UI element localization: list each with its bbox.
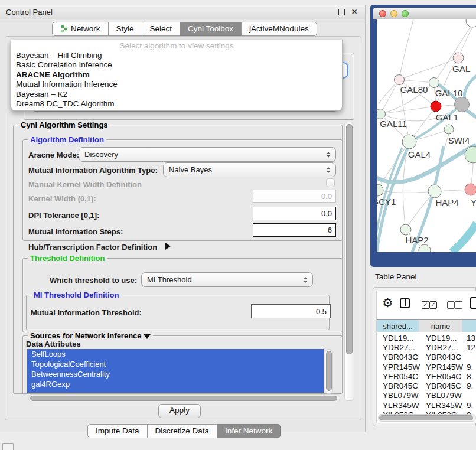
dropdown-item[interactable]: Dream8 DC_TDC Algorithm: [11, 99, 342, 109]
manual-kernel-checkbox[interactable]: [326, 178, 335, 187]
settings-vertical-scrollbar[interactable]: [344, 122, 354, 401]
table-row[interactable]: YDR27...YDR27...12: [377, 343, 476, 352]
table-cell[interactable]: 13: [464, 334, 476, 343]
sources-group-title[interactable]: Sources for Network Inference: [28, 331, 153, 340]
table-cell[interactable]: 9.: [464, 401, 476, 410]
tab-discretize-data[interactable]: Discretize Data: [147, 424, 218, 438]
table-cell[interactable]: 9.: [464, 381, 476, 390]
table-cell[interactable]: YPR145W: [377, 363, 420, 371]
network-window-titlebar[interactable]: [373, 8, 476, 19]
network-node[interactable]: [428, 185, 441, 198]
table-cell[interactable]: YBR043C: [420, 353, 464, 361]
table-horizontal-scrollbar[interactable]: [378, 414, 476, 422]
attribute-item[interactable]: TopologicalCoefficient: [27, 359, 324, 369]
expander-right-icon[interactable]: [165, 243, 171, 250]
attribute-item[interactable]: gal4RGexp: [27, 379, 324, 389]
gear-icon[interactable]: ⚙: [382, 296, 393, 310]
table-cell[interactable]: YBR043C: [377, 353, 420, 361]
attribute-item[interactable]: SelfLoops: [27, 349, 324, 359]
column-header[interactable]: shared...: [376, 319, 419, 332]
dropdown-item[interactable]: Basic Correlation Inference: [11, 60, 342, 70]
table-row[interactable]: YBL079WYBL079W: [377, 391, 476, 400]
scrollbar-thumb[interactable]: [379, 415, 473, 420]
dropdown-item[interactable]: Bayesian – Hill Climbing: [11, 51, 342, 60]
table-row[interactable]: YER054CYER054C8.: [377, 371, 476, 381]
close-icon[interactable]: ✕: [351, 8, 358, 15]
table-row[interactable]: YBR043CYBR043C: [377, 353, 476, 362]
table-cell[interactable]: YLR345W: [377, 401, 420, 410]
table-cell[interactable]: YDR27...: [420, 343, 464, 352]
table-cell[interactable]: YDL19...: [377, 334, 420, 343]
network-node[interactable]: [465, 184, 476, 195]
document-icon[interactable]: [470, 297, 476, 309]
tab-impute-data[interactable]: Impute Data: [87, 424, 148, 438]
attribute-item[interactable]: BetweennessCentrality: [27, 369, 324, 379]
tab-select[interactable]: Select: [142, 22, 181, 36]
network-node[interactable]: [431, 101, 441, 112]
tab-jactivemnodules[interactable]: jActiveMNodules: [241, 22, 317, 36]
network-node[interactable]: [377, 109, 386, 119]
table-cell[interactable]: YBL079W: [377, 391, 420, 400]
table-cell[interactable]: YBR045C: [377, 381, 420, 390]
table-cell[interactable]: YBR045C: [420, 381, 464, 390]
table-cell[interactable]: YDL19...: [420, 334, 464, 343]
network-node[interactable]: [466, 19, 476, 27]
table-cell[interactable]: YDR27...: [377, 343, 420, 352]
column-header[interactable]: [462, 319, 476, 332]
which-threshold-select[interactable]: MI Threshold: [141, 272, 313, 287]
checked-box-icon[interactable]: ✓: [422, 301, 429, 309]
tab-network[interactable]: Network: [52, 22, 109, 36]
table-cell[interactable]: 12: [464, 343, 476, 352]
table-cell[interactable]: YPR145W: [420, 363, 464, 371]
mi-steps-input[interactable]: [253, 223, 336, 237]
zoom-traffic-icon[interactable]: [402, 10, 409, 17]
minimize-traffic-icon[interactable]: [390, 10, 397, 17]
network-node[interactable]: [377, 184, 383, 196]
network-node[interactable]: [453, 53, 464, 63]
mi-threshold-input[interactable]: [251, 304, 331, 318]
unchecked-box-icon[interactable]: [447, 301, 455, 309]
checked-box-icon[interactable]: ✓: [429, 301, 437, 309]
table-row[interactable]: YBR045CYBR045C9.: [377, 381, 476, 390]
table-row[interactable]: YIL052CYIL052C9.: [377, 410, 476, 414]
tab-cyni-toolbox[interactable]: Cyni Toolbox: [180, 22, 242, 36]
kernel-width-input[interactable]: [253, 190, 336, 203]
mi-type-select[interactable]: Naive Bayes: [163, 162, 336, 177]
split-columns-icon[interactable]: [400, 298, 410, 308]
list-vertical-scrollbar[interactable]: [325, 349, 333, 394]
table-cell[interactable]: YLR345W: [420, 401, 464, 410]
close-traffic-icon[interactable]: [379, 10, 386, 17]
settings-horizontal-scrollbar[interactable]: [28, 394, 340, 402]
dropdown-item[interactable]: Mutual Information Inference: [11, 80, 342, 89]
expander-down-icon[interactable]: [144, 334, 151, 339]
dropdown-item[interactable]: Bayesian – K2: [11, 90, 342, 99]
unchecked-box-icon[interactable]: [455, 301, 462, 309]
table-row[interactable]: YDL19...YDL19...13: [377, 333, 476, 343]
scrollbar-thumb[interactable]: [326, 351, 332, 391]
table-cell[interactable]: YER054C: [377, 372, 420, 381]
table-row[interactable]: YLR345WYLR345W9.: [377, 400, 476, 410]
aracne-mode-select[interactable]: Discovery: [79, 147, 336, 162]
table-row[interactable]: YPR145WYPR145W9.: [377, 362, 476, 371]
dpi-tolerance-input[interactable]: [253, 207, 336, 220]
tab-infer-network[interactable]: Infer Network: [217, 424, 281, 438]
table-cell[interactable]: 9.: [464, 363, 476, 371]
scrollbar-thumb[interactable]: [30, 396, 337, 401]
network-node[interactable]: [395, 75, 405, 85]
table-cell[interactable]: YBL079W: [420, 391, 464, 400]
network-node[interactable]: [444, 125, 454, 134]
network-canvas[interactable]: GALGAL80GAL10GAL1GAL11GAL4SWI4GCY1HAP4YH…: [377, 19, 476, 252]
scrollbar-thumb[interactable]: [346, 124, 353, 354]
network-node[interactable]: [402, 135, 416, 149]
column-header[interactable]: name: [419, 319, 462, 332]
dropdown-item[interactable]: ARACNE Algorithm: [11, 70, 342, 80]
table-cell[interactable]: YER054C: [420, 372, 464, 381]
hub-definition-toggle[interactable]: Hub/Transcription Factor Definition: [28, 243, 157, 252]
apply-button[interactable]: Apply: [158, 404, 201, 418]
table-cell[interactable]: 8.: [464, 372, 476, 381]
float-window-icon[interactable]: [338, 9, 345, 15]
network-node[interactable]: [400, 224, 411, 235]
tab-style[interactable]: Style: [108, 22, 142, 36]
minimized-window-icon[interactable]: [2, 443, 14, 450]
network-node[interactable]: [419, 244, 431, 252]
